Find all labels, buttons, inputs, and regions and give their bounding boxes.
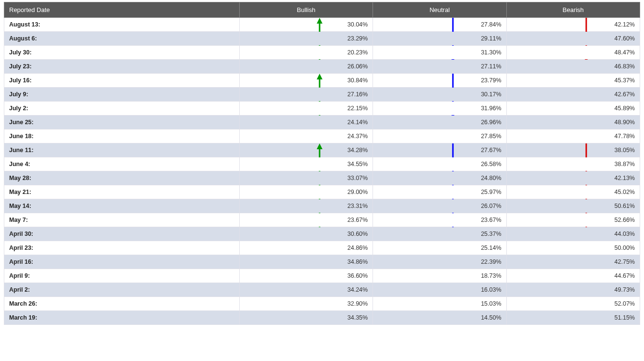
cell-neutral: 23.79% [373, 74, 506, 88]
cell-bearish: 42.67% [506, 88, 640, 102]
cell-bullish: 32.90% [239, 297, 373, 311]
table-row: June 4:34.55%26.58%38.87% [4, 157, 640, 171]
cell-bullish: 34.24% [239, 283, 373, 297]
cell-neutral: 27.84% [373, 18, 506, 32]
table-row: August 13:30.04%27.84%42.12% [4, 18, 640, 32]
cell-date: April 2: [4, 283, 240, 297]
cell-bullish: 24.14% [239, 116, 373, 129]
cell-date: May 28: [4, 171, 240, 185]
cell-bullish: 30.60% [239, 227, 373, 241]
table-row: July 2:22.15%31.96%45.89% [4, 102, 640, 116]
cell-bullish: 26.06% [239, 60, 373, 74]
cell-neutral: 27.11% [373, 60, 506, 74]
cell-date: April 30: [4, 227, 240, 241]
table-row: May 14:23.31%26.07%50.61% [4, 199, 640, 213]
table-row: June 25:24.14%26.96%48.90% [4, 116, 640, 129]
cell-date: June 11: [4, 143, 240, 157]
cell-neutral: 31.30% [373, 46, 506, 60]
table-row: April 16:34.86%22.39%42.75% [4, 255, 640, 269]
table-row: March 19:34.35%14.50%51.15% [4, 311, 640, 325]
cell-date: March 19: [4, 311, 240, 325]
table-header-row: Reported Date Bullish Neutral Bearish [4, 2, 640, 18]
table-row: April 9:36.60%18.73%44.67% [4, 269, 640, 283]
cell-bullish: 23.29% [239, 32, 373, 46]
cell-bearish: 44.03% [506, 227, 640, 241]
cell-bullish: 23.67% [239, 213, 373, 227]
cell-date: July 16: [4, 74, 240, 88]
cell-date: April 9: [4, 269, 240, 283]
cell-neutral: 23.67% [373, 213, 506, 227]
cell-neutral: 29.11% [373, 32, 506, 46]
cell-date: July 2: [4, 102, 240, 116]
table-row: July 16:30.84%23.79%45.37% [4, 74, 640, 88]
col-header-neutral: Neutral [373, 2, 506, 18]
cell-bearish: 46.83% [506, 60, 640, 74]
cell-bullish: 23.31% [239, 199, 373, 213]
table-row: May 21:29.00%25.97%45.02% [4, 185, 640, 199]
cell-date: March 26: [4, 297, 240, 311]
table-row: July 30:20.23%31.30%48.47% [4, 46, 640, 60]
cell-bearish: 47.60% [506, 32, 640, 46]
cell-bearish: 48.47% [506, 46, 640, 60]
cell-neutral: 14.50% [373, 311, 506, 325]
table-row: July 23:26.06%27.11%46.83% [4, 60, 640, 74]
col-header-bearish: Bearish [506, 2, 640, 18]
cell-date: June 25: [4, 116, 240, 129]
cell-date: May 21: [4, 185, 240, 199]
cell-neutral: 25.37% [373, 227, 506, 241]
cell-bullish: 34.55% [239, 157, 373, 171]
cell-bearish: 42.12% [506, 18, 640, 32]
cell-neutral: 26.58% [373, 157, 506, 171]
cell-date: July 30: [4, 46, 240, 60]
cell-date: June 4: [4, 157, 240, 171]
cell-bearish: 51.15% [506, 311, 640, 325]
cell-date: August 6: [4, 32, 240, 46]
cell-bullish: 36.60% [239, 269, 373, 283]
cell-date: April 16: [4, 255, 240, 269]
cell-bearish: 52.66% [506, 213, 640, 227]
cell-date: July 23: [4, 60, 240, 74]
cell-bearish: 50.61% [506, 199, 640, 213]
cell-bullish: 30.04% [239, 18, 373, 32]
cell-bullish: 27.16% [239, 88, 373, 102]
cell-bearish: 38.05% [506, 143, 640, 157]
table-row: March 26:32.90%15.03%52.07% [4, 297, 640, 311]
table-row: April 23:24.86%25.14%50.00% [4, 241, 640, 255]
table-row: June 11:34.28%27.67%38.05% [4, 143, 640, 157]
cell-neutral: 30.17% [373, 88, 506, 102]
cell-neutral: 24.80% [373, 171, 506, 185]
cell-bearish: 45.02% [506, 185, 640, 199]
cell-date: July 9: [4, 88, 240, 102]
cell-bullish: 22.15% [239, 102, 373, 116]
cell-date: May 14: [4, 199, 240, 213]
cell-bearish: 50.00% [506, 241, 640, 255]
cell-bullish: 34.28% [239, 143, 373, 157]
cell-date: May 7: [4, 213, 240, 227]
cell-date: June 18: [4, 129, 240, 143]
cell-bullish: 34.86% [239, 255, 373, 269]
table-row: April 2:34.24%16.03%49.73% [4, 283, 640, 297]
cell-date: August 13: [4, 18, 240, 32]
cell-bullish: 24.37% [239, 129, 373, 143]
cell-bearish: 48.90% [506, 116, 640, 129]
cell-neutral: 27.67% [373, 143, 506, 157]
cell-neutral: 18.73% [373, 269, 506, 283]
table-row: July 9:27.16%30.17%42.67% [4, 88, 640, 102]
cell-bearish: 45.37% [506, 74, 640, 88]
table-row: June 18:24.37%27.85%47.78% [4, 129, 640, 143]
cell-bearish: 42.75% [506, 255, 640, 269]
table-row: April 30:30.60%25.37%44.03% [4, 227, 640, 241]
cell-neutral: 16.03% [373, 283, 506, 297]
cell-date: April 23: [4, 241, 240, 255]
cell-neutral: 25.97% [373, 185, 506, 199]
cell-bearish: 44.67% [506, 269, 640, 283]
table-row: August 6:23.29%29.11%47.60% [4, 32, 640, 46]
cell-bullish: 33.07% [239, 171, 373, 185]
cell-bullish: 30.84% [239, 74, 373, 88]
cell-bullish: 20.23% [239, 46, 373, 60]
cell-bearish: 45.89% [506, 102, 640, 116]
sentiment-table: Reported Date Bullish Neutral Bearish Au… [4, 2, 640, 325]
cell-neutral: 25.14% [373, 241, 506, 255]
table-row: May 28:33.07%24.80%42.13% [4, 171, 640, 185]
col-header-date: Reported Date [4, 2, 240, 18]
